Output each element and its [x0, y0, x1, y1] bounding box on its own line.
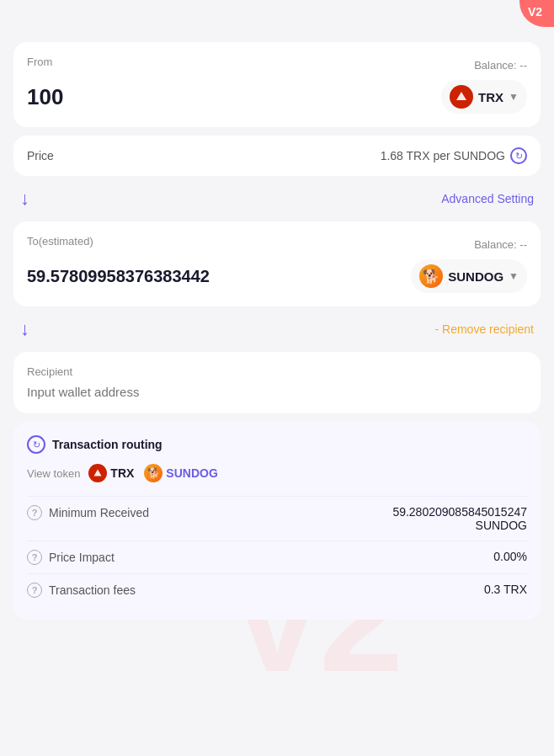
to-card: To(estimated) Balance: -- 59.57809958376…	[13, 221, 541, 306]
middle-row-2: ↓ - Remove recipient	[13, 315, 541, 343]
transaction-fees-label: Transaction fees	[49, 583, 136, 597]
svg-marker-0	[456, 92, 466, 100]
price-impact-info-icon[interactable]: ?	[27, 550, 42, 565]
routing-card: ↻ Transaction routing View token TRX 🐕 S…	[13, 422, 541, 620]
refresh-icon[interactable]: ↻	[510, 147, 527, 164]
price-impact-value: 0.00%	[493, 550, 527, 563]
to-amount: 59.57809958376383442	[27, 267, 210, 286]
routing-icon: ↻	[27, 435, 45, 454]
trx-icon-small	[88, 464, 107, 482]
trx-icon	[450, 85, 473, 109]
from-token-selector[interactable]: TRX ▼	[441, 80, 527, 114]
sundog-token-pill[interactable]: 🐕 SUNDOG	[144, 464, 217, 482]
from-balance: Balance: --	[474, 59, 527, 72]
routing-title: Transaction routing	[52, 438, 162, 451]
to-token-selector[interactable]: 🐕 SUNDOG ▼	[411, 259, 527, 293]
sundog-icon-small: 🐕	[144, 464, 162, 482]
price-label: Price	[27, 149, 54, 162]
transaction-fees-info-icon[interactable]: ?	[27, 583, 42, 598]
from-amount[interactable]: 100	[27, 84, 63, 110]
from-token-name: TRX	[478, 90, 503, 104]
sundog-token-label: SUNDOG	[166, 466, 217, 480]
to-label: To(estimated)	[27, 235, 93, 248]
to-token-name: SUNDOG	[448, 269, 503, 284]
transaction-fees-value: 0.3 TRX	[484, 583, 527, 596]
from-card: From Balance: -- 100 TRX ▼	[13, 42, 541, 127]
recipient-arrow-icon: ↓	[20, 318, 29, 340]
remove-recipient-button[interactable]: - Remove recipient	[435, 322, 535, 336]
price-impact-row: ? Price Impact 0.00%	[27, 540, 527, 573]
trx-token-pill[interactable]: TRX	[88, 464, 134, 482]
price-impact-label: Price Impact	[49, 551, 115, 564]
recipient-label: Recipient	[27, 365, 527, 378]
price-value-container: 1.68 TRX per SUNDOG ↻	[381, 147, 527, 164]
price-row: Price 1.68 TRX per SUNDOG ↻	[13, 136, 541, 176]
minimum-received-info-icon[interactable]: ?	[27, 505, 42, 520]
recipient-card: Recipient	[13, 352, 541, 413]
swap-arrow-icon[interactable]: ↓	[20, 188, 29, 210]
advanced-setting-button[interactable]: Advanced Setting	[441, 192, 534, 205]
routing-header: ↻ Transaction routing	[27, 435, 527, 454]
from-label: From	[27, 56, 52, 68]
sundog-icon: 🐕	[419, 264, 443, 288]
transaction-fees-row: ? Transaction fees 0.3 TRX	[27, 573, 527, 606]
view-token-label: View token	[27, 467, 80, 480]
transaction-fees-left: ? Transaction fees	[27, 583, 136, 598]
middle-row-1: ↓ Advanced Setting	[13, 184, 541, 213]
svg-marker-1	[94, 470, 102, 476]
price-value-text: 1.68 TRX per SUNDOG	[381, 149, 505, 162]
minimum-received-row: ? Minimum Received 59.280209085845015247…	[27, 496, 527, 540]
recipient-input[interactable]	[27, 385, 527, 399]
from-token-chevron: ▼	[509, 91, 519, 103]
minimum-received-left: ? Minimum Received	[27, 505, 149, 520]
price-impact-left: ? Price Impact	[27, 550, 115, 565]
trx-token-label: TRX	[110, 466, 134, 480]
to-token-chevron: ▼	[509, 270, 519, 282]
view-token-row: View token TRX 🐕 SUNDOG	[27, 464, 527, 482]
minimum-received-label: Minimum Received	[49, 506, 149, 519]
to-balance: Balance: --	[474, 238, 527, 251]
minimum-received-value: 59.280209085845015247 SUNDOG	[392, 505, 527, 532]
